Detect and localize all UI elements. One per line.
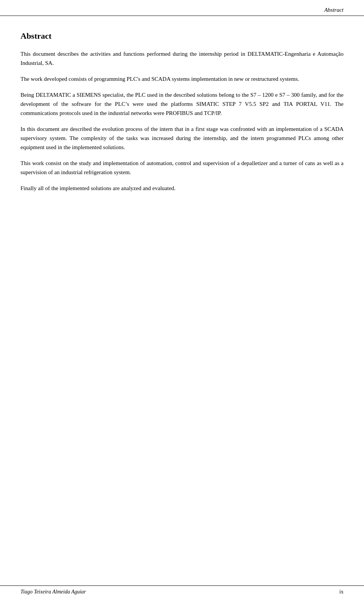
paragraph-2: The work developed consists of programmi… (20, 74, 344, 83)
paragraph-1: This document describes the activities a… (20, 49, 344, 68)
page-container: Abstract Abstract This document describe… (0, 0, 364, 598)
main-content: Abstract This document describes the act… (0, 16, 364, 193)
section-title: Abstract (20, 31, 344, 41)
paragraph-3: Being DELTAMATIC a SIEMENS specialist, t… (20, 90, 344, 118)
paragraph-5: This work consist on the study and imple… (20, 159, 344, 177)
header-title: Abstract (324, 7, 344, 13)
paragraph-6: Finally all of the implemented solutions… (20, 184, 344, 193)
footer-page-number: ix (339, 589, 344, 595)
page-header: Abstract (0, 0, 364, 16)
paragraph-4: In this document are described the evolu… (20, 124, 344, 152)
page-footer: Tiago Teixeira Almeida Aguiar ix (0, 585, 364, 598)
footer-author: Tiago Teixeira Almeida Aguiar (20, 589, 86, 595)
